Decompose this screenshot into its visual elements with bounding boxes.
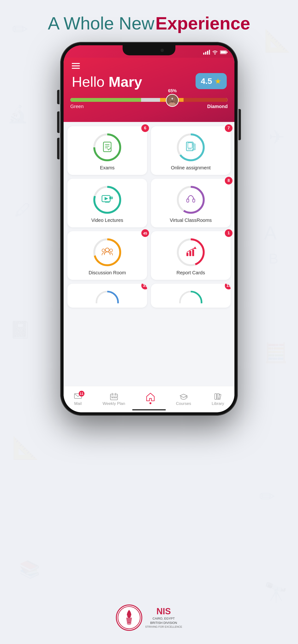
progress-end-label: Diamond (207, 104, 228, 109)
card-8-badge: 13 (225, 284, 231, 290)
svg-rect-34 (188, 143, 192, 148)
report-cards-icon-circle (176, 238, 205, 267)
svg-text:🔬: 🔬 (7, 104, 28, 124)
card-7-badge: 31 (141, 284, 147, 290)
nis-logo-circle (116, 604, 142, 631)
svg-rect-13 (203, 53, 204, 54)
virtual-classrooms-icon-circle (176, 186, 205, 214)
svg-point-52 (105, 248, 109, 252)
svg-text:B: B (269, 250, 278, 267)
phone-screen: Hello Mary 4.5 ★ 65% (64, 45, 234, 412)
svg-rect-16 (209, 50, 210, 54)
svg-rect-71 (113, 397, 115, 398)
svg-rect-20 (221, 51, 226, 54)
tab-weekly-plan-label: Weekly Plan (103, 401, 125, 406)
menu-button[interactable] (72, 62, 80, 70)
tab-library[interactable]: Library (212, 393, 224, 406)
svg-marker-42 (105, 197, 108, 200)
greeting: Hello Mary (72, 74, 142, 90)
video-lectures-icon-circle (93, 186, 122, 214)
tab-home[interactable] (146, 392, 155, 404)
page-title-highlight: Experience (156, 14, 250, 33)
card-7[interactable]: 31 (67, 284, 147, 308)
svg-point-54 (110, 249, 112, 252)
exams-label: Exams (100, 165, 114, 170)
svg-text:✏: ✏ (259, 486, 275, 507)
svg-text:📚: 📚 (19, 560, 40, 579)
online-assignment-badge: 7 (225, 124, 232, 132)
svg-text:✈: ✈ (269, 126, 285, 148)
svg-point-61 (96, 292, 118, 303)
virtual-classrooms-card[interactable]: 8 (151, 179, 231, 227)
svg-point-24 (172, 98, 173, 100)
svg-rect-75 (215, 394, 217, 400)
signal-icon (203, 50, 210, 54)
svg-rect-15 (207, 51, 208, 54)
svg-text:A: A (264, 222, 277, 244)
mail-badge: 11 (79, 391, 84, 396)
exams-icon-circle (93, 133, 122, 162)
svg-point-53 (102, 249, 105, 252)
svg-point-62 (96, 292, 118, 303)
progress-percent-label: 65% (166, 88, 179, 94)
video-lectures-label: Video Lectures (91, 218, 123, 223)
svg-rect-14 (205, 52, 206, 54)
svg-rect-57 (186, 253, 188, 256)
home-icon (146, 392, 155, 401)
svg-rect-59 (192, 250, 194, 256)
progress-section: 65% (70, 98, 228, 109)
video-lectures-card[interactable]: Video Lectures (67, 179, 147, 227)
wifi-icon (212, 50, 218, 54)
battery-icon (220, 50, 228, 54)
tab-courses[interactable]: Courses (176, 393, 191, 406)
rating-badge[interactable]: 4.5 ★ (196, 73, 227, 89)
discussion-room-card[interactable]: 45 (67, 231, 147, 280)
tab-bar: 11 Mail Weekly Plan (64, 386, 234, 412)
tab-weekly-plan[interactable]: Weekly Plan (103, 393, 125, 406)
tab-library-label: Library (212, 401, 224, 406)
svg-marker-60 (194, 246, 197, 249)
svg-point-78 (127, 614, 131, 618)
svg-rect-58 (189, 251, 191, 256)
home-dot (150, 402, 152, 404)
online-assignment-label: Online assignment (171, 165, 211, 170)
progress-start-label: Green (70, 104, 84, 109)
virtual-classrooms-label: Virtual ClassRooms (170, 218, 212, 223)
footer-logo: NIS CAIRO, EGYPT BRITISH DIVISION STRIVI… (116, 604, 182, 631)
discussion-room-label: Discussion Room (89, 270, 126, 276)
svg-text:📓: 📓 (10, 320, 31, 340)
svg-text:🖊: 🖊 (14, 200, 31, 219)
exams-card[interactable]: 6 (67, 126, 147, 175)
status-icons (203, 50, 228, 54)
library-icon (214, 393, 222, 400)
svg-point-79 (127, 622, 131, 625)
report-cards-card[interactable]: 1 (151, 231, 231, 280)
greeting-text: Hello (72, 74, 108, 90)
phone-frame: Hello Mary 4.5 ★ 65% (60, 42, 238, 416)
bottom-indicator (132, 409, 166, 410)
online-assignment-icon-circle (176, 133, 205, 162)
feature-grid: 6 (67, 126, 231, 308)
svg-rect-19 (226, 52, 227, 53)
page-title-normal: A Whole New (48, 14, 154, 33)
main-content: 6 (64, 122, 234, 386)
page-header: A Whole New Experience (0, 13, 298, 34)
discussion-room-badge: 45 (141, 229, 149, 237)
svg-rect-72 (115, 397, 117, 398)
svg-point-64 (180, 292, 202, 303)
svg-rect-27 (103, 142, 111, 152)
calendar-icon (110, 393, 118, 400)
tab-mail-label: Mail (74, 401, 82, 406)
progress-bar (70, 98, 228, 102)
tab-mail[interactable]: 11 Mail (74, 393, 82, 406)
online-assignment-card[interactable]: 7 (151, 126, 231, 175)
notch (123, 45, 175, 55)
rating-value: 4.5 (201, 76, 212, 86)
tab-courses-label: Courses (176, 401, 191, 406)
svg-text:🧮: 🧮 (264, 342, 288, 364)
svg-rect-70 (112, 397, 113, 398)
exams-badge: 6 (141, 124, 149, 132)
card-8[interactable]: 13 (151, 284, 231, 308)
svg-point-17 (215, 54, 216, 54)
svg-marker-73 (146, 393, 154, 401)
